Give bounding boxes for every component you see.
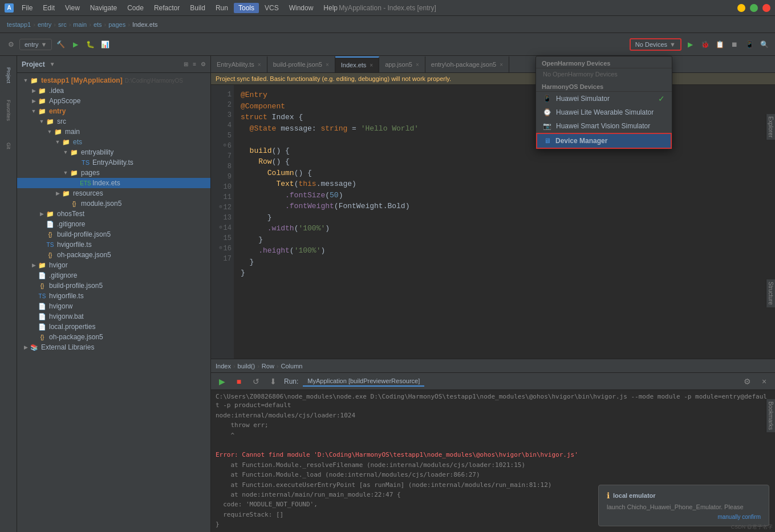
build-icon[interactable]: 🔨 — [54, 38, 67, 51]
tree-item-appscope[interactable]: ▶ 📁 AppScope — [17, 96, 210, 106]
menu-file[interactable]: File — [17, 3, 37, 13]
panel-icon-2[interactable]: ≡ — [193, 61, 196, 67]
tab-oh-package-close[interactable]: × — [500, 62, 503, 68]
dd-item-lite-wearable[interactable]: ⌚ Huawei Lite Wearable Simulator — [536, 105, 672, 119]
sidebar-tab-favorites[interactable]: Favorites — [1, 94, 16, 128]
tree-item-build-profile-entry[interactable]: ▶ {} build-profile.json5 — [17, 229, 210, 239]
menu-vcs[interactable]: VCS — [260, 3, 283, 13]
tree-item-resources[interactable]: ▶ 📁 resources — [17, 188, 210, 198]
profile-icon[interactable]: 📊 — [99, 38, 111, 51]
tree-root[interactable]: ▼ 📁 testapp1 [MyApplication] D:\Coding\H… — [17, 75, 210, 86]
tab-oh-package[interactable]: entry\oh-package.json5 × — [425, 56, 509, 72]
tree-item-ets[interactable]: ▼ 📁 ets — [17, 137, 210, 147]
settings-icon[interactable]: ⚙ — [5, 38, 17, 51]
run-stop-button[interactable]: ■ — [233, 375, 245, 388]
editor-bc-build[interactable]: build() — [238, 363, 255, 369]
tree-item-local-properties[interactable]: ▶ 📄 local.properties — [17, 322, 210, 332]
bc-indexets[interactable]: Index.ets — [132, 21, 158, 28]
menu-window[interactable]: Window — [285, 3, 318, 13]
run-panel-settings[interactable]: ⚙ — [741, 375, 753, 388]
tree-item-src[interactable]: ▼ 📁 src — [17, 116, 210, 127]
bc-main[interactable]: main — [73, 21, 87, 28]
dd-item-device-manager[interactable]: 🖥 Device Manager — [536, 133, 672, 149]
bc-pages[interactable]: pages — [108, 21, 125, 28]
menu-run[interactable]: Run — [211, 3, 233, 13]
menu-navigate[interactable]: Navigate — [86, 3, 121, 13]
tree-item-ohpackage-root[interactable]: ▶ {} oh-package.json5 — [17, 332, 210, 342]
tab-build-profile-close[interactable]: × — [326, 62, 329, 68]
editor-bc-index[interactable]: Index — [216, 363, 231, 369]
tree-item-ohpackage-entry[interactable]: ▶ {} oh-package.json5 — [17, 250, 210, 260]
tab-build-profile[interactable]: build-profile.json5 × — [267, 56, 335, 72]
phone-icon[interactable]: 📱 — [743, 38, 756, 51]
editor-bc-row[interactable]: Row — [262, 363, 274, 369]
panel-icon-1[interactable]: ⊞ — [184, 61, 188, 67]
menu-view[interactable]: View — [60, 3, 84, 13]
tab-entryability-close[interactable]: × — [258, 62, 261, 68]
bc-src[interactable]: src — [58, 21, 67, 28]
stop-icon[interactable]: ⏹ — [728, 38, 741, 51]
run-scroll-end-button[interactable]: ⬇ — [267, 375, 279, 388]
minimize-button[interactable] — [737, 4, 745, 12]
tree-item-hvigorfile-root[interactable]: ▶ TS hvigorfile.ts — [17, 291, 210, 301]
run-restart-button[interactable]: ↺ — [250, 375, 262, 388]
search-icon[interactable]: 🔍 — [758, 38, 770, 51]
tree-item-entryability-ts[interactable]: ▶ TS EntryAbility.ts — [17, 157, 210, 168]
panel-icon-3[interactable]: ⚙ — [201, 61, 206, 67]
structure-tab[interactable]: Structure — [766, 279, 775, 307]
tree-item-hvigorfile-entry[interactable]: ▶ TS hvigorfile.ts — [17, 239, 210, 250]
run-icon[interactable]: ▶ — [69, 38, 82, 51]
tree-item-ohostest[interactable]: ▶ 📁 ohosTest — [17, 209, 210, 219]
tree-item-hvigorw-bat[interactable]: ▶ 📄 hvigorw.bat — [17, 311, 210, 322]
tree-item-main[interactable]: ▼ 📁 main — [17, 127, 210, 137]
tree-item-module-json5[interactable]: ▶ {} module.json5 — [17, 198, 210, 209]
tab-app-json5-close[interactable]: × — [416, 62, 419, 68]
tab-app-json5[interactable]: app.json5 × — [379, 56, 425, 72]
sidebar-tab-git[interactable]: Git — [1, 129, 16, 163]
device-selector[interactable]: No Devices ▼ — [630, 38, 681, 51]
tree-item-pages[interactable]: ▼ 📁 pages — [17, 168, 210, 178]
run-play-button[interactable]: ▶ — [216, 375, 228, 388]
config-selector[interactable]: entry ▼ — [19, 39, 52, 50]
debug-icon[interactable]: 🐛 — [84, 38, 96, 51]
tree-item-external-libraries[interactable]: ▶ 📚 External Libraries — [17, 342, 210, 352]
bc-testapp1[interactable]: testapp1 — [7, 21, 31, 28]
menu-edit[interactable]: Edit — [38, 3, 59, 13]
explorer-tab[interactable]: Explorer — [766, 114, 775, 140]
sidebar-tab-project[interactable]: Project — [1, 58, 16, 92]
bookmarks-tab[interactable]: Bookmarks — [766, 399, 775, 432]
bc-entry[interactable]: entry — [38, 21, 51, 28]
ladybug-icon[interactable]: 🐞 — [699, 38, 711, 51]
close-button[interactable] — [762, 4, 770, 12]
tree-item-entry[interactable]: ▼ 📁 entry — [17, 106, 210, 116]
panel-expand-icon[interactable]: ▼ — [50, 61, 55, 67]
notification-footer[interactable]: manually confirm — [607, 514, 761, 520]
run-panel-close[interactable]: × — [758, 375, 770, 388]
menu-code[interactable]: Code — [123, 3, 148, 13]
tab-entryability[interactable]: EntryAbility.ts × — [211, 56, 267, 72]
menu-tools[interactable]: Tools — [234, 3, 259, 13]
tree-item-index-ets[interactable]: ▶ ETS Index.ets — [17, 178, 210, 188]
tab-index-ets-close[interactable]: × — [370, 62, 373, 68]
tree-item-hvigorw[interactable]: ▶ 📄 hvigorw — [17, 301, 210, 311]
tree-item-idea[interactable]: ▶ 📁 .idea — [17, 86, 210, 96]
editor-bc-column[interactable]: Column — [281, 363, 303, 369]
tree-item-build-profile-root[interactable]: ▶ {} build-profile.json5 — [17, 281, 210, 291]
dd-item-huawei-simulator[interactable]: 📱 Huawei Simulator ✓ — [536, 92, 672, 105]
menu-refactor[interactable]: Refactor — [149, 3, 184, 13]
tab-index-ets[interactable]: Index.ets × — [335, 56, 379, 72]
maximize-button[interactable] — [750, 4, 758, 12]
tree-item-hvigor[interactable]: ▶ 📁 hvigor — [17, 260, 210, 270]
menu-build[interactable]: Build — [185, 3, 210, 13]
dd-item-smart-vision[interactable]: 📷 Huawei Smart Vision Simulator — [536, 119, 672, 133]
code-content[interactable]: @Entry @Component struct Index { @State … — [234, 85, 775, 359]
bc-ets[interactable]: ets — [94, 21, 102, 28]
tree-item-gitignore-entry[interactable]: ▶ 📄 .gitignore — [17, 219, 210, 229]
tree-item-entryability[interactable]: ▼ 📁 entryability — [17, 147, 210, 157]
run-device-icon[interactable]: ▶ — [684, 38, 696, 51]
json-icon-2: {} — [46, 230, 55, 239]
tree-item-gitignore-root[interactable]: ▶ 📄 .gitignore — [17, 270, 210, 281]
code-editor[interactable]: 1 2 3 4 5 ⊙6 7 8 9 10 11 ⊙12 13 ⊙14 15 ⊙… — [211, 85, 775, 359]
coverage-icon[interactable]: 📋 — [713, 38, 726, 51]
run-panel-tab[interactable]: MyApplication [buildPreviewerResource] — [303, 376, 424, 387]
